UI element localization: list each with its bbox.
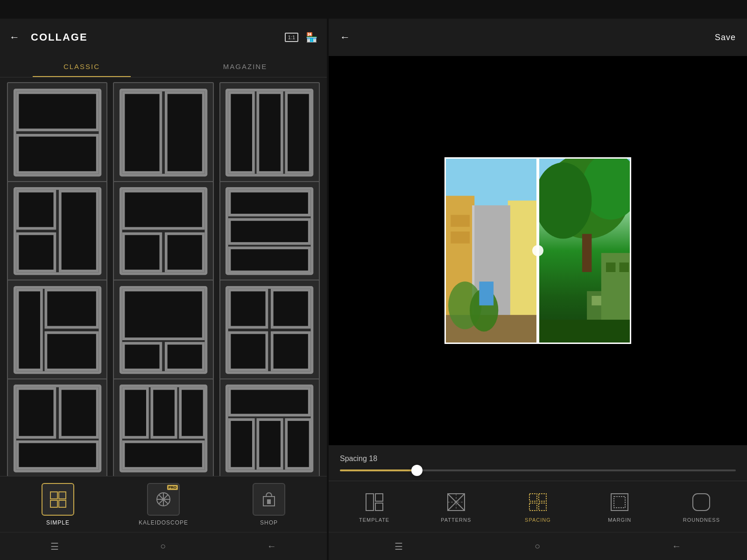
svg-rect-47 bbox=[258, 420, 282, 469]
nav-back-left[interactable]: ← bbox=[267, 541, 276, 552]
svg-rect-24 bbox=[46, 290, 97, 327]
header-left: ← COLLAGE 1:1 🏪 bbox=[0, 19, 327, 56]
svg-rect-25 bbox=[46, 332, 97, 370]
svg-rect-94 bbox=[539, 503, 546, 511]
svg-rect-81 bbox=[606, 263, 615, 272]
ratio-button[interactable]: 1:1 bbox=[285, 33, 298, 42]
bottom-toolbar: SIMPLE PRO KALEIDOSCOPE bbox=[0, 476, 327, 532]
nav-bar-left: ☰ ○ ← bbox=[0, 532, 327, 560]
nav-home-left[interactable]: ○ bbox=[160, 541, 166, 552]
svg-rect-4 bbox=[123, 92, 161, 172]
svg-rect-12 bbox=[17, 234, 55, 271]
left-header-title: COLLAGE bbox=[31, 31, 277, 43]
layout-thumb-1[interactable] bbox=[7, 82, 107, 182]
layout-thumb-5[interactable] bbox=[113, 181, 213, 281]
nav-bar-right: ☰ ○ ← bbox=[329, 532, 747, 560]
patterns-icon bbox=[445, 491, 467, 513]
edit-tool-margin[interactable]: MARGIN bbox=[601, 491, 638, 523]
photo-left-inner bbox=[446, 159, 536, 343]
svg-rect-8 bbox=[258, 92, 282, 172]
svg-rect-48 bbox=[286, 420, 310, 469]
status-bar-left bbox=[0, 0, 327, 19]
svg-rect-42 bbox=[180, 389, 204, 438]
svg-rect-32 bbox=[272, 290, 310, 327]
layout-thumb-9[interactable] bbox=[219, 280, 320, 380]
layout-thumb-4[interactable] bbox=[7, 181, 107, 281]
collage-canvas bbox=[444, 157, 631, 344]
nav-home-right[interactable]: ○ bbox=[535, 541, 540, 552]
patterns-label: PATTERNS bbox=[441, 517, 471, 523]
svg-rect-13 bbox=[60, 191, 97, 271]
edit-toolbar: TEMPLATE PATTERNS bbox=[329, 481, 747, 532]
svg-rect-79 bbox=[539, 320, 630, 343]
store-button[interactable]: 🏪 bbox=[306, 32, 317, 43]
edit-tool-template[interactable]: TEMPLATE bbox=[356, 491, 393, 523]
back-button-left[interactable]: ← bbox=[9, 31, 20, 43]
svg-rect-70 bbox=[479, 281, 493, 305]
svg-rect-93 bbox=[529, 503, 537, 511]
shop-icon bbox=[253, 483, 285, 516]
svg-rect-83 bbox=[366, 494, 374, 511]
svg-rect-5 bbox=[166, 92, 204, 172]
nav-back-right[interactable]: ← bbox=[672, 541, 681, 552]
svg-rect-84 bbox=[375, 494, 383, 501]
svg-rect-97 bbox=[693, 494, 710, 511]
edit-tool-patterns[interactable]: PATTERNS bbox=[437, 491, 475, 523]
layout-thumb-3[interactable] bbox=[219, 82, 320, 182]
layout-thumb-12[interactable] bbox=[219, 378, 320, 476]
svg-rect-43 bbox=[123, 442, 203, 469]
svg-rect-37 bbox=[60, 389, 97, 438]
status-bar-right bbox=[329, 0, 747, 19]
svg-rect-40 bbox=[123, 389, 147, 438]
tabs: CLASSIC MAGAZINE bbox=[0, 56, 327, 77]
slider-track[interactable] bbox=[340, 469, 736, 471]
layout-thumb-11[interactable] bbox=[113, 378, 213, 476]
left-panel: ← COLLAGE 1:1 🏪 CLASSIC MAGAZINE bbox=[0, 0, 327, 560]
layout-thumb-7[interactable] bbox=[7, 280, 107, 380]
back-button-right[interactable]: ← bbox=[340, 31, 350, 43]
svg-rect-85 bbox=[375, 503, 383, 511]
svg-rect-31 bbox=[230, 290, 267, 327]
layout-thumb-2[interactable] bbox=[113, 82, 213, 182]
svg-rect-64 bbox=[451, 215, 470, 227]
tab-magazine[interactable]: MAGAZINE bbox=[163, 56, 327, 77]
svg-rect-49 bbox=[50, 492, 57, 499]
svg-rect-75 bbox=[582, 234, 592, 272]
tool-shop[interactable]: SHOP bbox=[253, 483, 285, 526]
layout-thumb-8[interactable] bbox=[113, 280, 213, 380]
shop-label: SHOP bbox=[260, 519, 278, 526]
svg-rect-19 bbox=[230, 191, 310, 215]
svg-rect-20 bbox=[230, 219, 310, 243]
spacing-section: Spacing 18 bbox=[329, 445, 747, 481]
svg-rect-23 bbox=[17, 290, 41, 370]
svg-rect-41 bbox=[152, 389, 176, 438]
tool-kaleidoscope[interactable]: PRO KALEIDOSCOPE bbox=[139, 483, 188, 526]
svg-rect-21 bbox=[230, 248, 310, 272]
svg-rect-33 bbox=[230, 332, 267, 370]
tool-simple[interactable]: SIMPLE bbox=[42, 483, 74, 526]
svg-rect-59 bbox=[267, 499, 271, 504]
svg-rect-38 bbox=[17, 442, 97, 469]
slider-fill bbox=[340, 469, 419, 471]
template-label: TEMPLATE bbox=[359, 517, 389, 523]
layout-thumb-10[interactable] bbox=[7, 378, 107, 476]
template-icon bbox=[363, 491, 386, 513]
save-button[interactable]: Save bbox=[715, 33, 736, 42]
svg-rect-29 bbox=[166, 343, 204, 370]
edit-tool-spacing[interactable]: SPACING bbox=[519, 491, 557, 523]
svg-rect-11 bbox=[17, 191, 55, 229]
svg-rect-96 bbox=[614, 497, 625, 508]
header-right: ← Save bbox=[329, 19, 747, 56]
roundness-icon bbox=[690, 491, 712, 513]
edit-tool-roundness[interactable]: ROUNDNESS bbox=[683, 491, 720, 523]
spacing-tool-label: SPACING bbox=[525, 517, 551, 523]
svg-rect-7 bbox=[230, 92, 254, 172]
slider-thumb[interactable] bbox=[411, 465, 423, 476]
layout-thumb-6[interactable] bbox=[219, 181, 320, 281]
nav-menu-right[interactable]: ☰ bbox=[395, 541, 403, 552]
spacing-label: Spacing 18 bbox=[340, 455, 736, 463]
drag-handle[interactable] bbox=[532, 245, 543, 256]
photo-right bbox=[539, 159, 630, 343]
tab-classic[interactable]: CLASSIC bbox=[0, 56, 163, 77]
nav-menu-left[interactable]: ☰ bbox=[50, 541, 59, 552]
